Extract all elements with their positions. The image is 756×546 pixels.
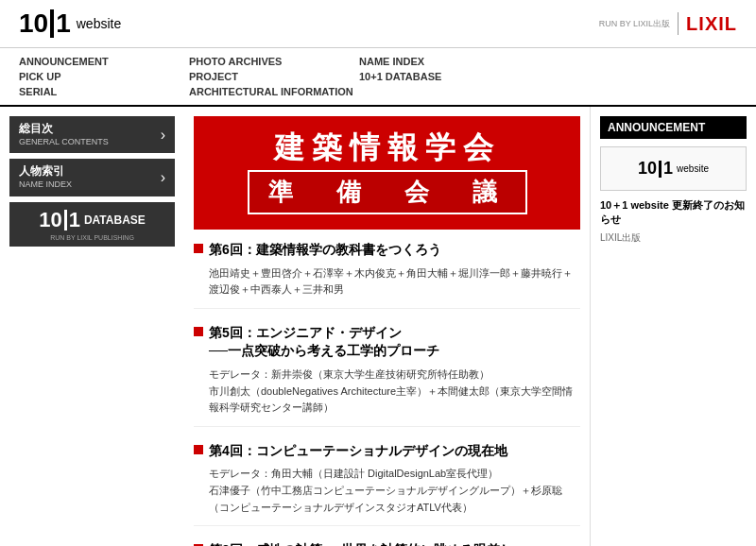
article-4-title-row: 第3回：感性の計算──世界を計算的に眺める眼差し <box>194 541 580 546</box>
db-logo: 10 1 DATABASE <box>39 208 146 232</box>
database-button[interactable]: 10 1 DATABASE RUN BY LIXIL PUBLISHING <box>9 202 175 247</box>
article-2: 第5回：エンジニアド・デザイン ──一点突破から考える工学的プローチ モデレータ… <box>194 324 580 427</box>
article-1: 第6回：建築情報学の教科書をつくろう 池田靖史＋豊田啓介＋石澤宰＋木内俊克＋角田… <box>194 241 580 309</box>
arrow-icon: › <box>161 127 165 144</box>
article-4: 第3回：感性の計算──世界を計算的に眺める眼差し <box>194 541 580 546</box>
banner-line1: 建築情報学会 <box>274 132 501 162</box>
db-label: DATABASE <box>84 213 146 227</box>
db-sub-text: RUN BY LIXIL PUBLISHING <box>50 234 134 241</box>
announcement-title[interactable]: 10＋1 website 更新終了のお知らせ <box>600 198 747 228</box>
article-3-title[interactable]: 第4回：コンピューテーショナルデザインの現在地 <box>209 442 507 461</box>
lixil-logo[interactable]: LIXIL <box>686 13 737 35</box>
left-sidebar: 総目次 GENERAL CONTENTS › 人物索引 NAME INDEX ›… <box>0 107 184 546</box>
article-3: 第4回：コンピューテーショナルデザインの現在地 モデレータ：角田大輔（日建設計 … <box>194 442 580 526</box>
article-2-title[interactable]: 第5回：エンジニアド・デザイン ──一点突破から考える工学的プローチ <box>209 324 439 361</box>
ann-logo: 10 1 website <box>638 159 709 179</box>
ann-logo-website: website <box>677 163 709 174</box>
article-2-title-row: 第5回：エンジニアド・デザイン ──一点突破から考える工学的プローチ <box>194 324 580 361</box>
red-marker-3 <box>194 445 203 454</box>
general-contents-en: GENERAL CONTENTS <box>19 137 109 148</box>
banner-image[interactable]: 建築情報学会 準 備 会 議 <box>194 116 580 230</box>
ann-logo-10: 10 <box>638 159 657 179</box>
article-3-body: モデレータ：角田大輔（日建設計 DigitalDesignLab室長代理） 石津… <box>194 466 580 516</box>
logo-ten: 10 <box>19 10 48 37</box>
article-2-body: モデレータ：新井崇俊（東京大学生産技術研究所特任助教） 市川創太（doubleN… <box>194 367 580 417</box>
nav-photo-archives[interactable]: PHOTO ARCHIVES <box>189 56 359 67</box>
general-contents-jp: 総目次 <box>19 122 109 137</box>
name-index-jp: 人物索引 <box>19 164 72 179</box>
article-1-title-row: 第6回：建築情報学の教科書をつくろう <box>194 241 580 260</box>
general-contents-button[interactable]: 総目次 GENERAL CONTENTS › <box>9 116 175 153</box>
nav-col-1: ANNOUNCEMENT PICK UP SERIAL <box>19 56 189 97</box>
nav-serial[interactable]: SERIAL <box>19 86 189 97</box>
logo-area: 10 1 website <box>19 9 121 38</box>
run-by-area: RUN BY LIXIL出版 LIXIL <box>599 12 737 35</box>
article-4-title[interactable]: 第3回：感性の計算──世界を計算的に眺める眼差し <box>209 541 513 546</box>
site-logo[interactable]: 10 1 website <box>19 9 121 38</box>
logo-website: website <box>77 17 121 30</box>
nav-name-index[interactable]: NAME INDEX <box>359 56 529 67</box>
article-1-title[interactable]: 第6回：建築情報学の教科書をつくろう <box>209 241 441 260</box>
red-marker-2 <box>194 327 203 336</box>
banner-line2: 準 備 会 議 <box>248 170 527 214</box>
nav-pickup[interactable]: PICK UP <box>19 71 189 82</box>
red-marker-1 <box>194 244 203 253</box>
announcement-logo-box[interactable]: 10 1 website <box>600 146 747 191</box>
article-3-title-row: 第4回：コンピューテーショナルデザインの現在地 <box>194 442 580 461</box>
nav-project[interactable]: PROJECT <box>189 71 359 82</box>
article-1-body: 池田靖史＋豊田啓介＋石澤宰＋木内俊克＋角田大輔＋堀川淳一郎＋藤井暁行＋渡辺俊＋中… <box>194 265 580 299</box>
right-sidebar: ANNOUNCEMENT 10 1 website 10＋1 website 更… <box>591 107 756 546</box>
run-by-text: RUN BY LIXIL出版 <box>599 18 670 30</box>
announcement-sub: LIXIL出版 <box>600 231 747 245</box>
header-separator <box>678 12 679 35</box>
nav-announcement[interactable]: ANNOUNCEMENT <box>19 56 189 67</box>
logo-one: 1 <box>56 10 71 37</box>
navigation: ANNOUNCEMENT PICK UP SERIAL PHOTO ARCHIV… <box>0 48 756 107</box>
header: 10 1 website RUN BY LIXIL出版 LIXIL <box>0 0 756 48</box>
nav-col-2: PHOTO ARCHIVES PROJECT ARCHITECTURAL INF… <box>189 56 359 97</box>
nav-col-3: NAME INDEX 10+1 DATABASE <box>359 56 529 97</box>
name-index-button[interactable]: 人物索引 NAME INDEX › <box>9 159 175 196</box>
ann-logo-bar <box>659 161 662 178</box>
nav-database[interactable]: 10+1 DATABASE <box>359 71 529 82</box>
main-content: 総目次 GENERAL CONTENTS › 人物索引 NAME INDEX ›… <box>0 107 756 546</box>
nav-architectural[interactable]: ARCHITECTURAL INFORMATION <box>189 86 359 97</box>
arrow-icon-2: › <box>161 169 165 186</box>
center-content: 建築情報学会 準 備 会 議 第6回：建築情報学の教科書をつくろう 池田靖史＋豊… <box>184 107 591 546</box>
logo-bar <box>50 9 54 38</box>
name-index-en: NAME INDEX <box>19 179 72 191</box>
announcement-header: ANNOUNCEMENT <box>600 116 747 139</box>
ann-logo-1: 1 <box>663 159 673 179</box>
